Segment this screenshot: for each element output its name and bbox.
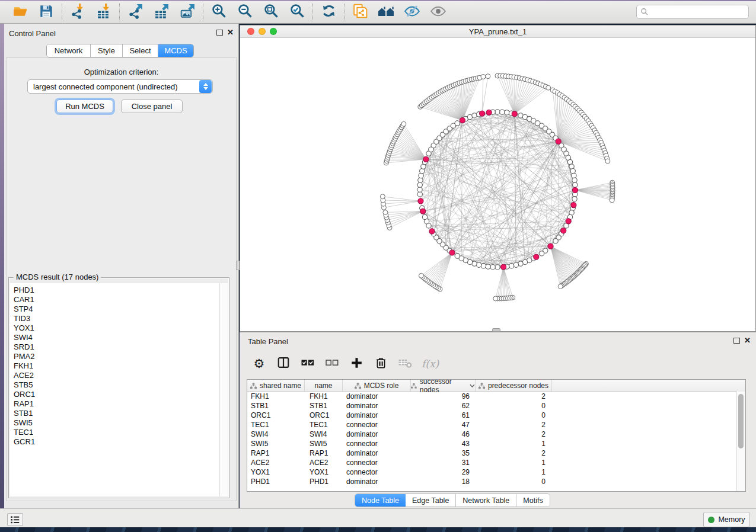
mcds-node-item[interactable]: SWI4: [14, 333, 219, 342]
dominator-node[interactable]: [548, 243, 553, 249]
dominator-node[interactable]: [571, 203, 576, 208]
export-image-button[interactable]: [179, 4, 196, 21]
search-input[interactable]: [651, 6, 748, 18]
close-panel-icon[interactable]: ✕: [227, 30, 234, 36]
mcds-node-item[interactable]: PMA2: [14, 352, 219, 361]
mcds-node-item[interactable]: TEC1: [14, 428, 219, 437]
first-neighbors-button[interactable]: [378, 4, 394, 21]
mcds-node-item[interactable]: ORC1: [14, 390, 219, 399]
dominator-node[interactable]: [449, 250, 455, 255]
zoom-fit-button[interactable]: [263, 4, 279, 21]
dominator-node[interactable]: [460, 117, 465, 123]
mcds-node-item[interactable]: GCR1: [14, 437, 219, 447]
settings-gear-button[interactable]: ⚙: [251, 356, 267, 371]
tab-network[interactable]: Network: [47, 44, 91, 57]
dominator-node[interactable]: [429, 229, 435, 234]
window-close-light[interactable]: [247, 28, 254, 35]
window-maximize-light[interactable]: [270, 28, 277, 35]
dominator-node[interactable]: [423, 156, 429, 162]
table-row[interactable]: SWI4SWI4dominator462: [247, 430, 736, 439]
zoom-in-button[interactable]: [210, 4, 227, 21]
mcds-node-item[interactable]: RAP1: [14, 399, 219, 409]
deselect-all-button[interactable]: [324, 356, 340, 371]
table-row[interactable]: STB1STB1dominator620: [247, 401, 736, 411]
mcds-node-item[interactable]: PHD1: [14, 286, 219, 295]
import-network-button[interactable]: [69, 4, 86, 21]
window-minimize-light[interactable]: [259, 28, 266, 35]
show-all-button[interactable]: [430, 4, 446, 21]
table-row[interactable]: RAP1RAP1dominator352: [247, 448, 736, 458]
dominator-node[interactable]: [480, 111, 485, 116]
table-row[interactable]: FKH1FKH1dominator962: [247, 392, 736, 401]
dominator-node[interactable]: [418, 198, 423, 204]
table-row[interactable]: ACE2ACE2connector311: [247, 458, 736, 467]
import-table-button[interactable]: [95, 4, 112, 21]
dominator-node[interactable]: [556, 139, 561, 144]
close-panel-button[interactable]: Close panel: [121, 100, 183, 113]
refresh-button[interactable]: [320, 4, 337, 21]
table-row[interactable]: YOX1YOX1connector291: [247, 467, 736, 477]
table-float-icon[interactable]: [733, 338, 740, 344]
export-table-button[interactable]: [153, 4, 170, 21]
table-scrollbar[interactable]: [736, 392, 745, 491]
dominator-node[interactable]: [534, 254, 539, 259]
table-scrollbar-thumb[interactable]: [738, 394, 744, 448]
tab-select[interactable]: Select: [123, 44, 158, 57]
table-row[interactable]: PHD1PHD1dominator180: [247, 477, 736, 486]
mcds-node-item[interactable]: CAR1: [14, 295, 219, 305]
mcds-list-scrollbar[interactable]: [219, 283, 228, 496]
criterion-dropdown[interactable]: largest connected component (undirected): [27, 79, 213, 94]
memory-button[interactable]: Memory: [703, 512, 750, 527]
table-row[interactable]: SWI5SWI5connector431: [247, 439, 736, 448]
dominator-node[interactable]: [500, 264, 506, 270]
network-graph-canvas[interactable]: [240, 37, 755, 331]
mcds-node-item[interactable]: SRD1: [14, 342, 219, 352]
select-all-button[interactable]: [300, 356, 315, 371]
tab-node-table[interactable]: Node Table: [355, 494, 406, 507]
tab-motifs[interactable]: Motifs: [516, 494, 549, 507]
split-columns-button[interactable]: [276, 356, 291, 371]
mcds-node-item[interactable]: FKH1: [14, 361, 219, 371]
save-session-button[interactable]: [38, 4, 55, 21]
zoom-selected-button[interactable]: [289, 4, 305, 21]
zoom-out-button[interactable]: [237, 4, 253, 21]
delete-row-button[interactable]: [373, 356, 388, 371]
tab-network-table[interactable]: Network Table: [456, 494, 516, 507]
open-session-button[interactable]: [12, 4, 28, 21]
table-row[interactable]: ORC1ORC1dominator610: [247, 411, 736, 420]
mcds-node-item[interactable]: SWI5: [14, 418, 219, 428]
mcds-result-list[interactable]: PHD1CAR1STP4TID3YOX1SWI4SRD1PMA2FKH1ACE2…: [10, 283, 219, 496]
table-close-icon[interactable]: ✕: [744, 338, 751, 344]
dominator-node[interactable]: [512, 111, 517, 117]
column-header-successor-nodes[interactable]: successor nodes: [411, 380, 476, 392]
column-header-name[interactable]: name: [305, 380, 343, 392]
network-window-titlebar[interactable]: YPA_prune.txt_1: [240, 25, 755, 38]
column-header-predecessor-nodes[interactable]: predecessor nodes: [476, 380, 552, 392]
search-field[interactable]: [636, 5, 749, 19]
clone-network-button[interactable]: [352, 4, 368, 21]
column-header-MCDS-role[interactable]: MCDS role: [343, 380, 411, 392]
dominator-node[interactable]: [486, 110, 492, 115]
column-header-shared-name[interactable]: shared name: [247, 380, 305, 392]
mcds-node-item[interactable]: STP4: [14, 305, 219, 314]
mcds-node-item[interactable]: STB1: [14, 409, 219, 418]
table-row[interactable]: TEC1TEC1connector472: [247, 420, 736, 430]
run-mcds-button[interactable]: Run MCDS: [56, 100, 113, 113]
hide-selected-button[interactable]: [404, 4, 420, 21]
add-row-button[interactable]: [349, 356, 364, 371]
dominator-node[interactable]: [420, 209, 426, 214]
task-history-button[interactable]: [7, 513, 23, 526]
export-network-button[interactable]: [127, 4, 143, 21]
dominator-node[interactable]: [566, 219, 571, 224]
mcds-node-item[interactable]: STB5: [14, 380, 219, 390]
dominator-node[interactable]: [572, 187, 578, 193]
cell-MCDS-role: connector: [343, 420, 411, 430]
mcds-node-item[interactable]: ACE2: [14, 371, 219, 380]
mcds-node-item[interactable]: TID3: [14, 314, 219, 323]
tab-edge-table[interactable]: Edge Table: [406, 494, 456, 507]
float-panel-icon[interactable]: [216, 30, 223, 36]
tab-style[interactable]: Style: [91, 44, 123, 57]
tab-mcds[interactable]: MCDS: [158, 44, 193, 57]
dominator-node[interactable]: [561, 228, 566, 233]
mcds-node-item[interactable]: YOX1: [14, 323, 219, 333]
